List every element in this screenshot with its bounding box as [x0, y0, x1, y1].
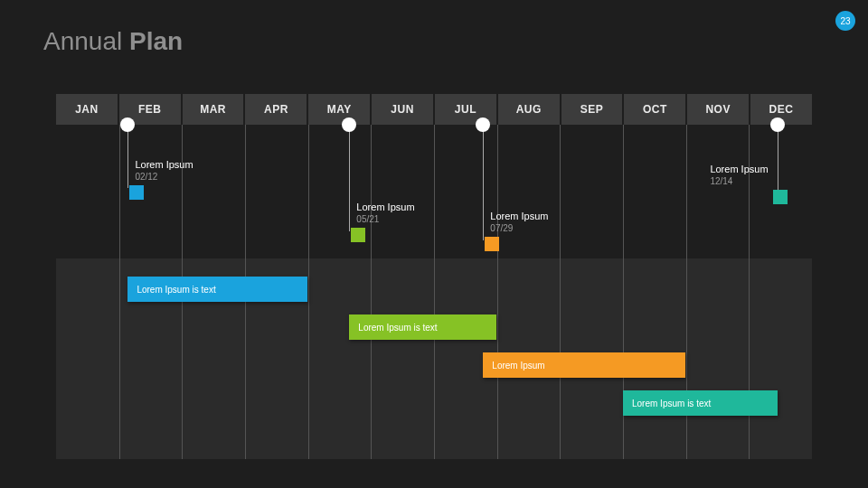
- gridline: [560, 125, 561, 459]
- month-header-row: JANFEBMARAPRMAYJUNJULAUGSEPOCTNOVDEC: [56, 94, 812, 125]
- month-may: MAY: [308, 94, 370, 125]
- event-date: 12/14: [710, 175, 768, 187]
- event-chip: [351, 228, 365, 242]
- event-date: 07/29: [490, 222, 548, 234]
- month-mar: MAR: [183, 94, 244, 125]
- event-date: 05/21: [356, 213, 414, 225]
- page-number-badge: 23: [835, 11, 855, 31]
- event-chip: [129, 185, 144, 200]
- event-label-text: Lorem Ipsum: [356, 202, 414, 212]
- page-title: Annual Plan: [43, 27, 183, 56]
- month-sep: SEP: [561, 94, 623, 125]
- event-label: Lorem Ipsum12/14: [710, 163, 768, 187]
- event-label-text: Lorem Ipsum: [490, 211, 548, 221]
- event-chip: [773, 190, 788, 204]
- gridline: [434, 125, 435, 459]
- event-chip: [485, 237, 499, 251]
- event-label: Lorem Ipsum07/29: [490, 210, 548, 234]
- month-jun: JUN: [372, 94, 433, 125]
- event-label: Lorem Ipsum05/21: [356, 201, 414, 225]
- gridline: [371, 125, 372, 459]
- event-stem: [127, 125, 128, 188]
- month-oct: OCT: [624, 94, 685, 125]
- month-nov: NOV: [687, 94, 749, 125]
- month-jan: JAN: [56, 94, 118, 125]
- gridline: [497, 125, 498, 459]
- event-date: 02/12: [135, 171, 193, 183]
- event-label-text: Lorem Ipsum: [135, 159, 193, 170]
- gantt-bar: Lorem Ipsum is text: [623, 390, 778, 416]
- event-label: Lorem Ipsum02/12: [135, 158, 193, 183]
- event-stem: [778, 125, 778, 192]
- event-label-text: Lorem Ipsum: [710, 164, 768, 174]
- event-stem: [483, 125, 484, 240]
- gantt-bar: Lorem Ipsum: [483, 352, 685, 378]
- event-stem: [349, 125, 350, 231]
- title-light: Annual: [43, 27, 122, 55]
- gantt-bar: Lorem Ipsum is text: [127, 277, 307, 302]
- month-aug: AUG: [498, 94, 560, 125]
- gridline: [119, 125, 120, 459]
- month-apr: APR: [245, 94, 307, 125]
- title-bold: Plan: [129, 27, 183, 55]
- gantt-bar: Lorem Ipsum is text: [349, 314, 496, 340]
- gridline: [308, 125, 309, 459]
